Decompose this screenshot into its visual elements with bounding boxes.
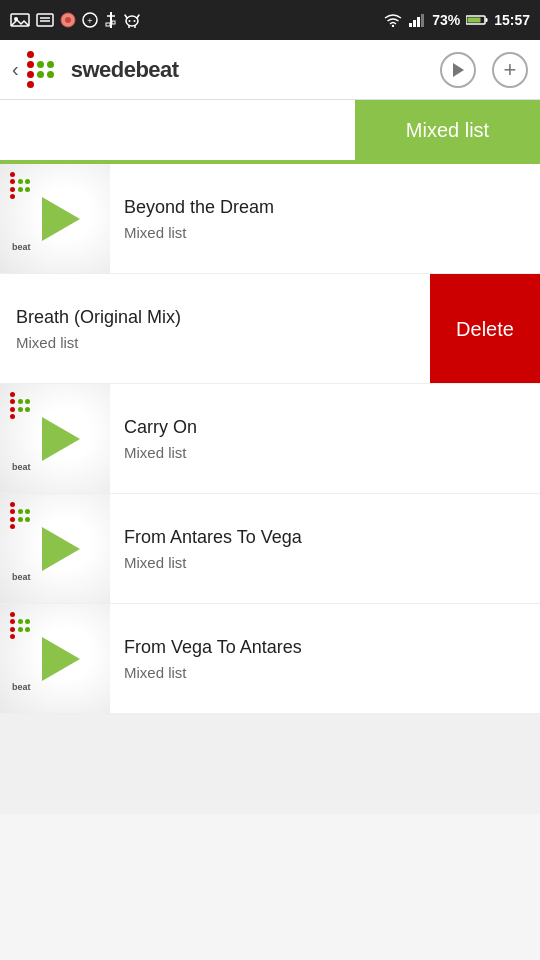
delete-button[interactable]: Delete	[430, 274, 540, 384]
svg-rect-27	[468, 18, 481, 23]
play-button[interactable]	[440, 52, 476, 88]
track-subtitle: Mixed list	[124, 554, 526, 571]
thumb-logo	[10, 612, 39, 641]
play-triangle	[42, 527, 80, 571]
svg-point-14	[129, 20, 131, 22]
logo-dot	[57, 81, 64, 88]
logo-dots	[27, 51, 65, 89]
play-triangle	[42, 197, 80, 241]
svg-marker-28	[453, 63, 464, 77]
track-thumbnail: beat	[0, 164, 110, 274]
track-item[interactable]: beat Beyond the Dream Mixed list	[0, 164, 540, 274]
svg-line-17	[137, 15, 139, 18]
logo-dot	[27, 71, 34, 78]
top-bar: ‹ swedebeat	[0, 40, 540, 100]
add-button[interactable]: +	[492, 52, 528, 88]
bottom-space	[0, 714, 540, 814]
logo-dot	[57, 61, 64, 68]
track-info: Carry On Mixed list	[110, 417, 540, 461]
logo-dot	[47, 71, 54, 78]
app-logo-text: swedebeat	[71, 57, 179, 83]
logo-dot	[37, 71, 44, 78]
circle-icon	[60, 12, 76, 28]
track-info: From Vega To Antares Mixed list	[110, 637, 540, 681]
logo-dot	[27, 81, 34, 88]
track-title: Beyond the Dream	[124, 197, 526, 218]
svg-rect-11	[106, 23, 110, 26]
track-subtitle: Mixed list	[124, 444, 526, 461]
wifi-icon	[384, 13, 402, 27]
svg-rect-22	[413, 20, 416, 27]
svg-rect-2	[37, 14, 53, 26]
thumb-brand-text: beat	[12, 242, 31, 252]
track-thumbnail: beat	[0, 604, 110, 714]
image-icon	[10, 12, 30, 28]
logo-dot	[37, 51, 44, 58]
track-list: beat Beyond the Dream Mixed list Breath …	[0, 164, 540, 714]
clock: 15:57	[494, 12, 530, 28]
track-subtitle: Mixed list	[124, 664, 526, 681]
logo-dot	[27, 51, 34, 58]
mixed-list-tab[interactable]: Mixed list	[355, 100, 540, 160]
logo-area: swedebeat	[27, 51, 440, 89]
search-header: Mixed list	[0, 100, 540, 160]
logo-dot	[37, 81, 44, 88]
svg-rect-12	[112, 21, 115, 24]
delete-label: Delete	[456, 318, 514, 341]
svg-rect-21	[409, 23, 412, 27]
thumb-logo	[10, 172, 39, 201]
track-info: Beyond the Dream Mixed list	[110, 197, 540, 241]
logo-dot	[57, 51, 64, 58]
logo-dot	[57, 71, 64, 78]
svg-line-16	[125, 15, 127, 18]
thumb-brand-text: beat	[12, 682, 31, 692]
status-right: 73% 15:57	[384, 12, 530, 28]
status-bar: +	[0, 0, 540, 40]
svg-rect-23	[417, 17, 420, 27]
svg-point-20	[392, 25, 394, 27]
svg-rect-26	[486, 18, 488, 22]
track-thumbnail: beat	[0, 384, 110, 494]
svg-text:+: +	[87, 16, 92, 26]
track-title: Carry On	[124, 417, 526, 438]
logo-dot	[47, 51, 54, 58]
logo-dot	[37, 61, 44, 68]
logo-dot	[47, 61, 54, 68]
track-item[interactable]: beat From Antares To Vega Mixed list	[0, 494, 540, 604]
thumb-brand-text: beat	[12, 462, 31, 472]
thumb-logo	[10, 392, 39, 421]
logo-dot	[27, 61, 34, 68]
track-item[interactable]: beat Carry On Mixed list	[0, 384, 540, 494]
svg-rect-24	[421, 14, 424, 27]
signal-icon	[408, 13, 426, 27]
battery-saver-icon: +	[82, 12, 98, 28]
track-subtitle: Mixed list	[124, 224, 526, 241]
usb-icon	[104, 11, 118, 29]
battery-percent: 73%	[432, 12, 460, 28]
status-icons: +	[10, 11, 140, 29]
mixed-list-tab-label: Mixed list	[406, 119, 489, 142]
android-icon	[124, 11, 140, 29]
back-button[interactable]: ‹	[12, 58, 19, 81]
track-title: From Antares To Vega	[124, 527, 526, 548]
track-thumbnail: beat	[0, 494, 110, 604]
top-bar-actions: +	[440, 52, 528, 88]
svg-point-6	[65, 17, 71, 23]
thumb-logo	[10, 502, 39, 531]
svg-point-15	[134, 20, 136, 22]
play-triangle	[42, 637, 80, 681]
add-icon: +	[504, 59, 517, 81]
battery-icon	[466, 14, 488, 26]
thumb-brand-text: beat	[12, 572, 31, 582]
menu-icon	[36, 13, 54, 27]
search-input[interactable]	[0, 100, 355, 160]
track-title: From Vega To Antares	[124, 637, 526, 658]
track-info: From Antares To Vega Mixed list	[110, 527, 540, 571]
logo-dot	[47, 81, 54, 88]
play-triangle	[42, 417, 80, 461]
track-item[interactable]: Breath (Original Mix) Mixed list Delete	[0, 274, 540, 384]
svg-point-13	[126, 16, 138, 26]
track-item[interactable]: beat From Vega To Antares Mixed list	[0, 604, 540, 714]
play-icon	[451, 62, 465, 78]
